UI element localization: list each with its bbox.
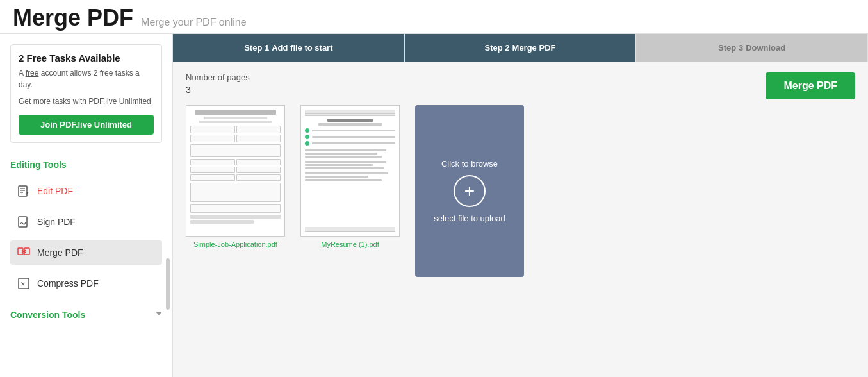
step-3: Step 3 Download [636,34,868,62]
svg-rect-6 [24,248,29,255]
sidebar-item-edit-pdf[interactable]: Edit PDF [10,179,162,203]
merge-pdf-label: Merge PDF [37,247,83,258]
sign-pdf-label: Sign PDF [37,217,76,227]
free-tasks-more: Get more tasks with PDF.live Unlimited [19,96,154,107]
edit-pdf-label: Edit PDF [37,186,73,196]
sign-icon [17,215,31,229]
svg-rect-4 [19,217,27,227]
upload-select-text: select file to upload [434,214,505,223]
sidebar-item-merge-pdf[interactable]: Merge PDF [10,240,162,265]
page-title: Merge PDF [13,6,133,29]
free-tasks-box: 2 Free Tasks Available A free account al… [10,44,162,143]
step-1: Step 1 Add file to start [173,34,405,62]
step-1-number: Step 1 [244,43,269,53]
pages-count: 3 [186,85,855,95]
file2-thumbnail: MyResume (1).pdf [300,105,400,248]
svg-text:✕: ✕ [20,281,26,287]
step-2-number: Step 2 [485,43,510,53]
join-unlimited-button[interactable]: Join PDF.live Unlimited [19,115,154,135]
steps-bar: Step 1 Add file to start Step 2 Merge PD… [173,34,868,62]
free-tasks-title: 2 Free Tasks Available [19,53,154,63]
step-2-label: Merge PDF [512,43,556,53]
svg-rect-0 [19,186,27,196]
edit-icon [17,184,31,198]
compress-pdf-label: Compress PDF [37,278,99,289]
sidebar-scrollbar[interactable] [166,258,170,310]
sidebar: 2 Free Tasks Available A free account al… [0,34,173,377]
file1-thumbnail: Simple-Job-Application.pdf [186,105,285,248]
conversion-tools-label: Conversion Tools [10,310,85,320]
upload-plus-icon: + [454,175,486,207]
page-subtitle: Merge your PDF online [141,17,247,28]
step-2: Step 2 Merge PDF [405,34,637,62]
merge-icon [17,246,31,260]
main-layout: 2 Free Tasks Available A free account al… [0,34,868,377]
pages-label: Number of pages [186,72,855,82]
free-tasks-desc: A free account allows 2 free tasks a day… [19,67,154,90]
page-header: Merge PDF Merge your PDF online [0,0,868,34]
content-area: Step 1 Add file to start Step 2 Merge PD… [173,34,868,377]
editing-tools-label: Editing Tools [10,160,162,170]
step-1-label: Add file to start [272,43,332,53]
merge-pdf-button[interactable]: Merge PDF [766,72,855,99]
step-3-label: Download [746,43,785,53]
free-highlight: free [26,69,39,78]
upload-box[interactable]: Click to browse + select file to upload [415,105,524,277]
chevron-down-icon [156,312,162,315]
content-body: Number of pages 3 Merge PDF [173,62,868,377]
svg-rect-5 [18,248,23,255]
upload-click-text: Click to browse [441,159,498,169]
sidebar-item-sign-pdf[interactable]: Sign PDF [10,210,162,234]
file1-name: Simple-Job-Application.pdf [193,240,277,248]
step-3-number: Step 3 [718,43,743,53]
merge-btn-container: Merge PDF [766,72,855,99]
conversion-tools-header[interactable]: Conversion Tools [10,305,162,323]
thumbnails-row: Simple-Job-Application.pdf [186,105,855,277]
compress-icon: ✕ [17,276,31,290]
conversion-tools-section: Conversion Tools [10,302,162,323]
sidebar-item-compress-pdf[interactable]: ✕ Compress PDF [10,271,162,296]
file2-name: MyResume (1).pdf [321,240,379,248]
file2-preview [300,105,400,237]
file1-preview [186,105,285,237]
